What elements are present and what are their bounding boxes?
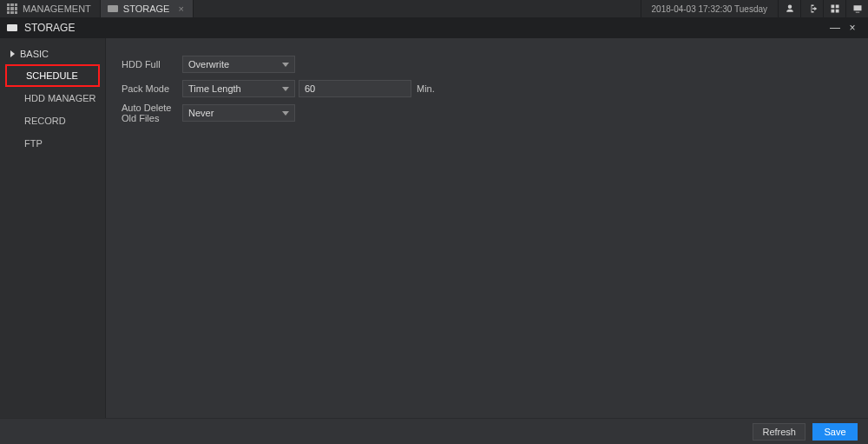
- select-auto-delete-value: Never: [188, 108, 214, 118]
- label-auto-delete: Auto Delete Old Files: [122, 103, 182, 123]
- monitor-icon[interactable]: [845, 0, 868, 17]
- sidebar-item-hdd-manager[interactable]: HDD MANAGER: [0, 87, 105, 109]
- minimize-button[interactable]: —: [826, 22, 844, 34]
- chevron-right-icon: [10, 50, 15, 57]
- sidebar-item-record[interactable]: RECORD: [0, 109, 105, 132]
- label-hdd-full: HDD Full: [122, 59, 182, 70]
- chevron-down-icon: [282, 63, 289, 67]
- sidebar-item-ftp[interactable]: FTP: [0, 132, 105, 155]
- sidebar-item-label: HDD MANAGER: [24, 93, 96, 103]
- top-right-cluster: 2018-04-03 17:32:30 Tuesday: [641, 0, 868, 17]
- tab-storage-label: STORAGE: [123, 3, 170, 14]
- grid-icon: [7, 3, 17, 14]
- select-auto-delete[interactable]: Never: [182, 104, 295, 122]
- sidebar-item-label: SCHEDULE: [26, 70, 78, 81]
- sidebar-item-label: RECORD: [24, 116, 66, 126]
- unit-min: Min.: [417, 83, 435, 94]
- layout-icon[interactable]: [823, 0, 845, 17]
- select-hdd-full-value: Overwrite: [188, 59, 229, 70]
- tab-management[interactable]: MANAGEMENT: [0, 0, 101, 17]
- refresh-button-label: Refresh: [762, 427, 796, 437]
- window-title: STORAGE: [24, 22, 75, 34]
- sidebar: BASIC SCHEDULE HDD MANAGER RECORD FTP: [0, 38, 106, 418]
- input-pack-duration[interactable]: [299, 80, 411, 97]
- tab-management-label: MANAGEMENT: [23, 3, 91, 14]
- sidebar-category-label: BASIC: [20, 49, 49, 59]
- dvr-icon: [7, 24, 17, 31]
- sidebar-item-schedule[interactable]: SCHEDULE: [5, 64, 100, 87]
- save-button[interactable]: Save: [812, 423, 858, 441]
- close-button[interactable]: ×: [844, 22, 861, 34]
- select-pack-mode-value: Time Length: [188, 83, 241, 94]
- user-icon[interactable]: [778, 0, 800, 17]
- footer: Refresh Save: [0, 418, 868, 444]
- window-title-bar: STORAGE — ×: [0, 17, 868, 38]
- label-pack-mode: Pack Mode: [122, 83, 182, 94]
- logout-icon[interactable]: [800, 0, 823, 17]
- timestamp: 2018-04-03 17:32:30 Tuesday: [641, 0, 778, 17]
- tab-storage[interactable]: STORAGE ×: [101, 0, 194, 17]
- sidebar-item-label: FTP: [24, 138, 43, 149]
- refresh-button[interactable]: Refresh: [753, 423, 806, 441]
- sidebar-category-basic[interactable]: BASIC: [0, 43, 105, 64]
- main-panel: HDD Full Overwrite Pack Mode Time Length…: [106, 38, 868, 418]
- select-pack-mode[interactable]: Time Length: [182, 80, 295, 97]
- save-button-label: Save: [824, 427, 845, 437]
- top-tab-bar: MANAGEMENT STORAGE × 2018-04-03 17:32:30…: [0, 0, 868, 17]
- chevron-down-icon: [282, 111, 289, 116]
- chevron-down-icon: [282, 87, 289, 91]
- close-icon[interactable]: ×: [178, 3, 183, 14]
- dvr-icon: [108, 5, 118, 12]
- select-hdd-full[interactable]: Overwrite: [182, 56, 295, 73]
